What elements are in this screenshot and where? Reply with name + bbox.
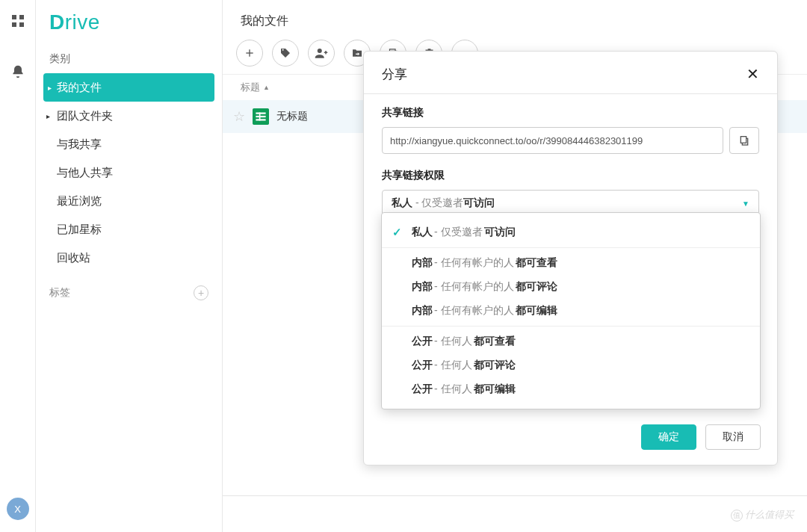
app-logo: Drive bbox=[36, 10, 222, 48]
svg-rect-13 bbox=[256, 119, 265, 120]
sidebar-item-my-files[interactable]: ▸我的文件 bbox=[43, 73, 214, 102]
dialog-footer: 确定 取消 bbox=[364, 411, 777, 465]
share-link-input[interactable] bbox=[382, 127, 723, 154]
cancel-button[interactable]: 取消 bbox=[705, 424, 761, 450]
sidebar-item-trash[interactable]: 回收站 bbox=[36, 244, 222, 272]
copy-link-button[interactable] bbox=[729, 127, 759, 154]
option-internal-comment[interactable]: 内部 - 任何有帐户的人都可评论 bbox=[382, 275, 760, 299]
sidebar-item-recent[interactable]: 最近浏览 bbox=[36, 187, 222, 215]
sidebar-item-label: 我的文件 bbox=[57, 81, 102, 95]
labels-section: 标签 + bbox=[36, 272, 222, 300]
share-link-label: 共享链接 bbox=[382, 106, 759, 120]
star-icon[interactable]: ☆ bbox=[233, 108, 245, 125]
option-public-comment[interactable]: 公开 - 任何人都可评论 bbox=[382, 353, 760, 377]
svg-rect-11 bbox=[256, 113, 265, 114]
svg-point-4 bbox=[318, 49, 322, 53]
dialog-title: 分享 bbox=[382, 66, 407, 83]
svg-rect-2 bbox=[12, 22, 16, 27]
svg-rect-14 bbox=[259, 113, 261, 121]
left-rail: X bbox=[0, 0, 36, 532]
spreadsheet-icon bbox=[253, 108, 269, 125]
col-title: 标题 bbox=[241, 81, 260, 94]
bell-icon[interactable] bbox=[10, 64, 25, 79]
svg-rect-12 bbox=[256, 116, 265, 117]
sidebar-item-label: 回收站 bbox=[57, 251, 90, 265]
page-title: 我的文件 bbox=[223, 0, 807, 37]
divider bbox=[223, 495, 807, 496]
dd-group-public: 公开 - 任何人都可查看 公开 - 任何人都可评论 公开 - 任何人都可编辑 bbox=[382, 327, 760, 404]
option-internal-edit[interactable]: 内部 - 任何有帐户的人都可编辑 bbox=[382, 299, 760, 323]
labels-title: 标签 bbox=[49, 286, 70, 300]
add-label-button[interactable]: + bbox=[194, 285, 208, 300]
svg-rect-1 bbox=[19, 15, 24, 19]
option-internal-view[interactable]: 内部 - 任何有帐户的人都可查看 bbox=[382, 251, 760, 275]
permission-label: 共享链接权限 bbox=[382, 169, 759, 182]
option-private-access[interactable]: 私人 - 仅受邀者可访问 bbox=[382, 220, 760, 244]
permission-dropdown: 私人 - 仅受邀者可访问 内部 - 任何有帐户的人都可查看 内部 - 任何有帐户… bbox=[381, 212, 761, 409]
option-public-edit[interactable]: 公开 - 任何人都可编辑 bbox=[382, 377, 760, 401]
file-name: 无标题 bbox=[276, 110, 308, 123]
svg-rect-3 bbox=[19, 22, 24, 27]
sidebar-item-label: 最近浏览 bbox=[57, 194, 102, 208]
tag-button[interactable] bbox=[272, 40, 299, 66]
sidebar-item-label: 已加星标 bbox=[57, 223, 102, 237]
watermark: 值什么值得买 bbox=[731, 508, 794, 522]
sort-asc-icon: ▲ bbox=[263, 84, 270, 91]
apps-icon[interactable] bbox=[10, 13, 25, 28]
sidebar-item-label: 与我共享 bbox=[57, 137, 102, 152]
confirm-button[interactable]: 确定 bbox=[641, 424, 696, 450]
svg-rect-0 bbox=[12, 15, 16, 19]
dialog-header: 分享 ✕ bbox=[364, 52, 777, 94]
chevron-down-icon: ▼ bbox=[742, 200, 749, 208]
sidebar-item-team-folders[interactable]: ▸团队文件夹 bbox=[36, 102, 222, 130]
svg-rect-16 bbox=[740, 137, 746, 143]
dd-group-internal: 内部 - 任何有帐户的人都可查看 内部 - 任何有帐户的人都可评论 内部 - 任… bbox=[382, 248, 760, 327]
sidebar-item-label: 团队文件夹 bbox=[57, 109, 113, 123]
close-icon[interactable]: ✕ bbox=[746, 65, 759, 83]
add-user-button[interactable] bbox=[308, 40, 335, 66]
section-categories: 类别 bbox=[36, 48, 222, 73]
sidebar-item-shared-with-others[interactable]: 与他人共享 bbox=[36, 158, 222, 187]
sidebar-item-shared-with-me[interactable]: 与我共享 bbox=[36, 130, 222, 158]
sidebar-item-label: 与他人共享 bbox=[57, 166, 113, 180]
option-public-view[interactable]: 公开 - 任何人都可查看 bbox=[382, 330, 760, 353]
sidebar-item-starred[interactable]: 已加星标 bbox=[36, 215, 222, 244]
add-button[interactable] bbox=[236, 40, 263, 66]
permission-selected: 私人 - 仅受邀者可访问 bbox=[392, 197, 495, 210]
sidebar: Drive 类别 ▸我的文件 ▸团队文件夹 与我共享 与他人共享 最近浏览 已加… bbox=[36, 0, 223, 532]
dd-group-private: 私人 - 仅受邀者可访问 bbox=[382, 217, 760, 248]
avatar[interactable]: X bbox=[7, 498, 29, 520]
